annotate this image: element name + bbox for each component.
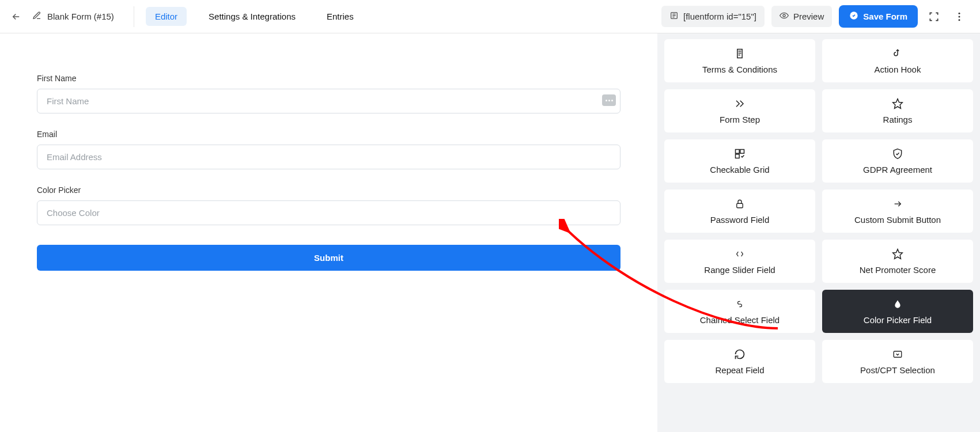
field-card-post-cpt-selection[interactable]: Post/CPT Selection — [822, 340, 973, 383]
field-card-label: Custom Submit Button — [854, 215, 941, 225]
field-card-label: Color Picker Field — [864, 315, 932, 325]
app-header: Blank Form (#15) Editor Settings & Integ… — [0, 0, 980, 33]
field-card-form-step[interactable]: Form Step — [664, 89, 815, 132]
shortcode-chip[interactable]: [fluentform id="15"] — [661, 6, 765, 27]
fields-panel: Terms & ConditionsAction HookForm StepRa… — [657, 33, 980, 432]
arrow-right-icon — [891, 198, 904, 210]
submit-button[interactable]: Submit — [37, 245, 620, 271]
field-card-label: Chained Select Field — [700, 315, 780, 325]
scroll-icon — [733, 47, 746, 60]
tab-settings[interactable]: Settings & Integrations — [199, 7, 305, 26]
svg-marker-11 — [893, 249, 903, 259]
back-button[interactable] — [9, 10, 23, 24]
fullscreen-button[interactable] — [925, 7, 943, 26]
svg-rect-9 — [736, 154, 740, 158]
email-input[interactable] — [37, 145, 620, 169]
svg-point-1 — [783, 14, 785, 17]
field-card-custom-submit-button[interactable]: Custom Submit Button — [822, 190, 973, 233]
field-card-terms-conditions[interactable]: Terms & Conditions — [664, 39, 815, 82]
shortcode-text: [fluentform id="15"] — [683, 12, 756, 21]
field-card-label: Form Step — [720, 115, 760, 124]
color-picker-input[interactable] — [37, 200, 620, 225]
eye-icon — [780, 11, 789, 22]
preview-button[interactable]: Preview — [771, 6, 832, 27]
svg-rect-12 — [894, 351, 902, 358]
field-card-label: GDPR Agreement — [863, 165, 932, 175]
field-card-label: Repeat Field — [715, 365, 764, 375]
form-field-first-name[interactable]: First Name — [37, 74, 620, 113]
star-icon — [891, 248, 904, 260]
header-tabs: Editor Settings & Integrations Entries — [146, 7, 363, 26]
save-form-button[interactable]: Save Form — [839, 5, 918, 28]
field-card-label: Net Promoter Score — [860, 265, 936, 275]
field-card-repeat-field[interactable]: Repeat Field — [664, 340, 815, 383]
svg-point-4 — [959, 16, 960, 17]
repeat-icon — [733, 348, 746, 361]
divider — [134, 6, 134, 27]
star-icon — [891, 97, 904, 110]
hook-icon — [891, 47, 904, 60]
field-label: Color Picker — [37, 185, 620, 195]
svg-point-5 — [959, 19, 960, 21]
slider-icon — [733, 248, 746, 260]
skip-icon — [733, 97, 746, 110]
field-card-label: Action Hook — [875, 65, 921, 74]
form-field-color-picker[interactable]: Color Picker — [37, 185, 620, 225]
svg-point-3 — [959, 12, 960, 14]
field-card-label: Range Slider Field — [704, 265, 775, 275]
svg-marker-6 — [893, 99, 903, 109]
form-field-email[interactable]: Email — [37, 130, 620, 169]
header-actions: [fluentform id="15"] Preview Save Form — [661, 5, 968, 28]
field-card-checkable-grid[interactable]: Checkable Grid — [664, 139, 815, 183]
field-label: Email — [37, 130, 620, 139]
lock-icon — [733, 198, 746, 210]
grid-check-icon — [733, 147, 746, 160]
form-title-wrap: Blank Form (#15) — [32, 11, 124, 22]
field-card-ratings[interactable]: Ratings — [822, 89, 973, 132]
field-card-label: Checkable Grid — [710, 165, 769, 175]
tab-editor[interactable]: Editor — [146, 7, 187, 26]
tab-entries[interactable]: Entries — [317, 7, 363, 26]
field-card-net-promoter-score[interactable]: Net Promoter Score — [822, 240, 973, 283]
form-canvas: First Name Email Color Picker Submit — [0, 33, 657, 432]
chain-icon — [733, 298, 746, 310]
field-options-button[interactable] — [602, 94, 616, 106]
first-name-input[interactable] — [37, 89, 620, 113]
field-card-action-hook[interactable]: Action Hook — [822, 39, 973, 82]
form-title[interactable]: Blank Form (#15) — [47, 12, 114, 21]
shortcode-icon — [669, 11, 679, 22]
svg-rect-7 — [736, 150, 740, 154]
preview-label: Preview — [793, 12, 824, 21]
field-card-label: Ratings — [883, 115, 913, 124]
field-card-label: Password Field — [710, 215, 770, 225]
drop-icon — [891, 298, 904, 310]
svg-rect-8 — [740, 150, 744, 154]
field-card-chained-select[interactable]: Chained Select Field — [664, 290, 815, 333]
check-circle-icon — [849, 11, 858, 22]
edit-title-icon[interactable] — [32, 11, 41, 22]
field-card-color-picker[interactable]: Color Picker Field — [822, 290, 973, 333]
field-card-label: Terms & Conditions — [702, 65, 777, 74]
more-menu-button[interactable] — [950, 7, 968, 26]
field-card-gdpr-agreement[interactable]: GDPR Agreement — [822, 139, 973, 183]
field-card-password-field[interactable]: Password Field — [664, 190, 815, 233]
save-label: Save Form — [863, 12, 907, 21]
field-label: First Name — [37, 74, 620, 83]
select-box-icon — [891, 348, 904, 361]
field-card-range-slider[interactable]: Range Slider Field — [664, 240, 815, 283]
svg-rect-10 — [737, 203, 743, 208]
field-card-label: Post/CPT Selection — [860, 365, 935, 375]
shield-icon — [891, 147, 904, 160]
